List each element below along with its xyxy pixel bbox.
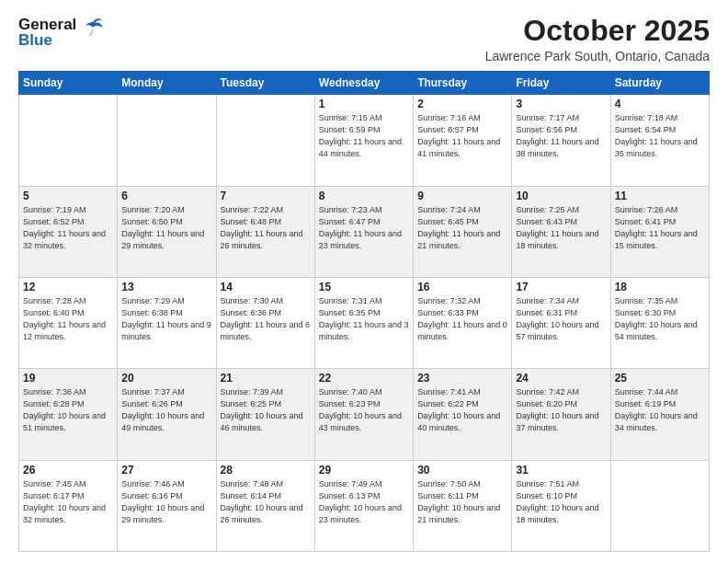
table-row: 27Sunrise: 7:46 AM Sunset: 6:16 PM Dayli… xyxy=(118,460,216,551)
day-number: 19 xyxy=(23,372,113,385)
day-number: 8 xyxy=(319,190,409,202)
day-number: 21 xyxy=(221,372,311,385)
table-row xyxy=(216,95,314,186)
day-number: 28 xyxy=(221,464,311,477)
calendar-week-row: 5Sunrise: 7:19 AM Sunset: 6:52 PM Daylig… xyxy=(19,186,710,277)
table-row: 29Sunrise: 7:49 AM Sunset: 6:13 PM Dayli… xyxy=(314,460,413,551)
table-row: 24Sunrise: 7:42 AM Sunset: 6:20 PM Dayli… xyxy=(512,369,610,460)
day-info: Sunrise: 7:24 AM Sunset: 6:45 PM Dayligh… xyxy=(417,204,507,252)
weekday-header-row: Sunday Monday Tuesday Wednesday Thursday… xyxy=(19,72,710,95)
day-number: 11 xyxy=(615,190,705,202)
col-sunday: Sunday xyxy=(19,72,118,95)
day-number: 6 xyxy=(121,190,211,202)
day-number: 23 xyxy=(417,372,507,385)
calendar-week-row: 12Sunrise: 7:28 AM Sunset: 6:40 PM Dayli… xyxy=(19,277,710,368)
table-row: 8Sunrise: 7:23 AM Sunset: 6:47 PM Daylig… xyxy=(314,186,413,277)
logo: General Blue xyxy=(18,15,106,50)
day-number: 14 xyxy=(221,281,311,293)
day-info: Sunrise: 7:41 AM Sunset: 6:22 PM Dayligh… xyxy=(417,386,507,434)
header: General Blue October 2025 Lawrence Park … xyxy=(18,15,710,63)
day-info: Sunrise: 7:45 AM Sunset: 6:17 PM Dayligh… xyxy=(23,478,113,526)
day-info: Sunrise: 7:23 AM Sunset: 6:47 PM Dayligh… xyxy=(319,204,409,252)
day-number: 9 xyxy=(417,190,507,202)
day-info: Sunrise: 7:26 AM Sunset: 6:41 PM Dayligh… xyxy=(615,204,705,252)
day-info: Sunrise: 7:17 AM Sunset: 6:56 PM Dayligh… xyxy=(516,112,606,160)
title-block: October 2025 Lawrence Park South, Ontari… xyxy=(485,15,710,63)
day-info: Sunrise: 7:50 AM Sunset: 6:11 PM Dayligh… xyxy=(417,478,507,526)
day-info: Sunrise: 7:30 AM Sunset: 6:36 PM Dayligh… xyxy=(221,295,311,343)
calendar-table: Sunday Monday Tuesday Wednesday Thursday… xyxy=(18,71,710,552)
day-info: Sunrise: 7:31 AM Sunset: 6:35 PM Dayligh… xyxy=(319,295,409,343)
day-info: Sunrise: 7:22 AM Sunset: 6:48 PM Dayligh… xyxy=(221,204,311,252)
day-number: 22 xyxy=(319,372,409,385)
table-row xyxy=(19,95,118,186)
day-info: Sunrise: 7:36 AM Sunset: 6:28 PM Dayligh… xyxy=(23,386,113,434)
table-row: 18Sunrise: 7:35 AM Sunset: 6:30 PM Dayli… xyxy=(610,277,709,368)
logo-bird-icon xyxy=(80,15,106,40)
table-row: 17Sunrise: 7:34 AM Sunset: 6:31 PM Dayli… xyxy=(512,277,610,368)
day-number: 5 xyxy=(23,190,113,202)
day-number: 24 xyxy=(516,372,606,385)
table-row: 16Sunrise: 7:32 AM Sunset: 6:33 PM Dayli… xyxy=(414,277,512,368)
day-number: 16 xyxy=(417,281,507,293)
table-row: 15Sunrise: 7:31 AM Sunset: 6:35 PM Dayli… xyxy=(314,277,413,368)
table-row: 12Sunrise: 7:28 AM Sunset: 6:40 PM Dayli… xyxy=(19,277,118,368)
table-row: 25Sunrise: 7:44 AM Sunset: 6:19 PM Dayli… xyxy=(610,369,709,460)
day-number: 15 xyxy=(319,281,409,293)
table-row xyxy=(610,460,709,551)
day-info: Sunrise: 7:29 AM Sunset: 6:38 PM Dayligh… xyxy=(121,295,211,343)
day-info: Sunrise: 7:39 AM Sunset: 6:25 PM Dayligh… xyxy=(221,386,311,434)
day-number: 29 xyxy=(319,464,409,477)
day-info: Sunrise: 7:37 AM Sunset: 6:26 PM Dayligh… xyxy=(121,386,211,434)
col-friday: Friday xyxy=(512,72,610,95)
day-info: Sunrise: 7:28 AM Sunset: 6:40 PM Dayligh… xyxy=(23,295,113,343)
table-row: 14Sunrise: 7:30 AM Sunset: 6:36 PM Dayli… xyxy=(216,277,314,368)
day-number: 27 xyxy=(121,464,211,477)
day-number: 10 xyxy=(516,190,606,202)
table-row: 1Sunrise: 7:15 AM Sunset: 6:59 PM Daylig… xyxy=(314,95,413,186)
table-row: 7Sunrise: 7:22 AM Sunset: 6:48 PM Daylig… xyxy=(216,186,314,277)
day-info: Sunrise: 7:40 AM Sunset: 6:23 PM Dayligh… xyxy=(319,386,409,434)
location-title: Lawrence Park South, Ontario, Canada xyxy=(485,49,710,63)
table-row: 20Sunrise: 7:37 AM Sunset: 6:26 PM Dayli… xyxy=(118,369,216,460)
table-row: 9Sunrise: 7:24 AM Sunset: 6:45 PM Daylig… xyxy=(414,186,512,277)
calendar-week-row: 19Sunrise: 7:36 AM Sunset: 6:28 PM Dayli… xyxy=(19,369,710,460)
day-number: 30 xyxy=(417,464,507,477)
day-info: Sunrise: 7:20 AM Sunset: 6:50 PM Dayligh… xyxy=(121,204,211,252)
table-row: 10Sunrise: 7:25 AM Sunset: 6:43 PM Dayli… xyxy=(512,186,610,277)
day-number: 1 xyxy=(319,98,409,110)
day-number: 25 xyxy=(615,372,705,385)
table-row: 3Sunrise: 7:17 AM Sunset: 6:56 PM Daylig… xyxy=(512,95,610,186)
day-info: Sunrise: 7:34 AM Sunset: 6:31 PM Dayligh… xyxy=(516,295,606,343)
table-row: 13Sunrise: 7:29 AM Sunset: 6:38 PM Dayli… xyxy=(118,277,216,368)
day-number: 31 xyxy=(516,464,606,477)
day-number: 18 xyxy=(615,281,705,293)
day-info: Sunrise: 7:19 AM Sunset: 6:52 PM Dayligh… xyxy=(23,204,113,252)
day-number: 26 xyxy=(23,464,113,477)
table-row: 28Sunrise: 7:48 AM Sunset: 6:14 PM Dayli… xyxy=(216,460,314,551)
day-number: 12 xyxy=(23,281,113,293)
table-row: 26Sunrise: 7:45 AM Sunset: 6:17 PM Dayli… xyxy=(19,460,118,551)
table-row: 2Sunrise: 7:16 AM Sunset: 6:57 PM Daylig… xyxy=(414,95,512,186)
col-monday: Monday xyxy=(118,72,216,95)
logo-blue: Blue xyxy=(18,32,76,48)
table-row: 21Sunrise: 7:39 AM Sunset: 6:25 PM Dayli… xyxy=(216,369,314,460)
page: General Blue October 2025 Lawrence Park … xyxy=(0,0,728,563)
day-number: 4 xyxy=(615,98,705,110)
day-info: Sunrise: 7:15 AM Sunset: 6:59 PM Dayligh… xyxy=(319,112,409,160)
day-number: 7 xyxy=(221,190,311,202)
table-row: 22Sunrise: 7:40 AM Sunset: 6:23 PM Dayli… xyxy=(314,369,413,460)
day-number: 13 xyxy=(121,281,211,293)
table-row: 5Sunrise: 7:19 AM Sunset: 6:52 PM Daylig… xyxy=(19,186,118,277)
day-number: 20 xyxy=(121,372,211,385)
day-info: Sunrise: 7:32 AM Sunset: 6:33 PM Dayligh… xyxy=(417,295,507,343)
table-row: 4Sunrise: 7:18 AM Sunset: 6:54 PM Daylig… xyxy=(610,95,709,186)
day-info: Sunrise: 7:42 AM Sunset: 6:20 PM Dayligh… xyxy=(516,386,606,434)
day-info: Sunrise: 7:16 AM Sunset: 6:57 PM Dayligh… xyxy=(417,112,507,160)
table-row: 11Sunrise: 7:26 AM Sunset: 6:41 PM Dayli… xyxy=(610,186,709,277)
day-info: Sunrise: 7:35 AM Sunset: 6:30 PM Dayligh… xyxy=(615,295,705,343)
day-info: Sunrise: 7:48 AM Sunset: 6:14 PM Dayligh… xyxy=(221,478,311,526)
day-info: Sunrise: 7:46 AM Sunset: 6:16 PM Dayligh… xyxy=(121,478,211,526)
table-row: 6Sunrise: 7:20 AM Sunset: 6:50 PM Daylig… xyxy=(118,186,216,277)
col-thursday: Thursday xyxy=(414,72,512,95)
